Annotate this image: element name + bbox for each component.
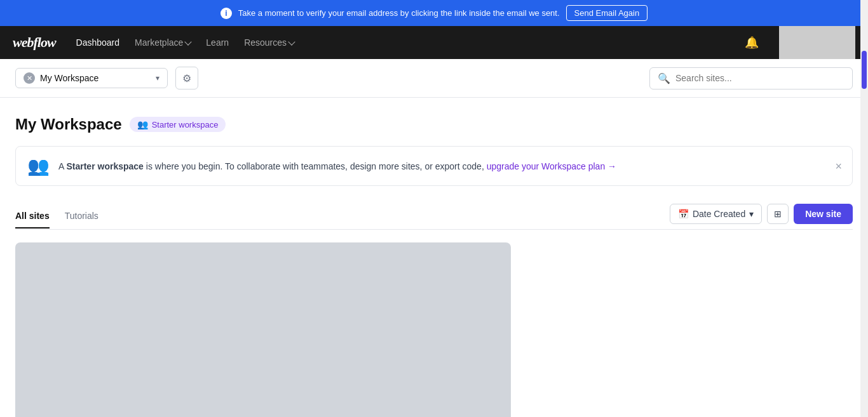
page-header: My Workspace 👥 Starter workspace bbox=[15, 116, 853, 133]
info-bold-text: Starter workspace bbox=[66, 161, 143, 171]
user-avatar[interactable] bbox=[779, 26, 855, 59]
starter-badge-label: Starter workspace bbox=[152, 120, 219, 129]
workspace-bar: ✕ My Workspace ▾ ⚙ 🔍 bbox=[0, 59, 868, 98]
page-title: My Workspace bbox=[15, 116, 122, 133]
top-nav: webflow Dashboard Marketplace Learn Reso… bbox=[0, 26, 868, 59]
search-icon: 🔍 bbox=[658, 72, 670, 84]
tab-all-sites[interactable]: All sites bbox=[15, 204, 50, 228]
main-content: My Workspace 👥 Starter workspace 👥 A Sta… bbox=[0, 98, 868, 417]
nav-item-marketplace[interactable]: Marketplace bbox=[135, 37, 191, 48]
search-box: 🔍 bbox=[649, 67, 853, 89]
nav-item-dashboard[interactable]: Dashboard bbox=[76, 37, 120, 48]
nav-item-learn[interactable]: Learn bbox=[206, 37, 229, 48]
scrollbar[interactable] bbox=[860, 0, 868, 417]
gear-icon: ⚙ bbox=[182, 72, 191, 84]
tab-tutorials[interactable]: Tutorials bbox=[65, 204, 98, 228]
upgrade-link[interactable]: upgrade your Workspace plan → bbox=[487, 161, 616, 171]
site-card-placeholder bbox=[15, 242, 511, 417]
date-sort-button[interactable]: 📅 Date Created ▾ bbox=[670, 204, 762, 224]
info-icon: i bbox=[220, 8, 232, 19]
workspace-close-icon: ✕ bbox=[24, 72, 35, 84]
view-toggle-button[interactable]: ⊞ bbox=[767, 204, 789, 224]
info-banner: 👥 A Starter workspace is where you begin… bbox=[15, 146, 853, 186]
sort-chevron-icon: ▾ bbox=[749, 209, 754, 219]
workspace-chevron-icon: ▾ bbox=[156, 74, 159, 83]
sites-area bbox=[15, 230, 853, 417]
workspace-name: My Workspace bbox=[40, 73, 151, 83]
view-grid-icon: ⊞ bbox=[774, 209, 782, 219]
workspace-selector[interactable]: ✕ My Workspace ▾ bbox=[15, 68, 168, 88]
scrollbar-thumb[interactable] bbox=[862, 51, 867, 89]
email-verification-banner: i Take a moment to verify your email add… bbox=[0, 0, 868, 26]
tabs-actions: 📅 Date Created ▾ ⊞ New site bbox=[670, 204, 853, 229]
info-text: A Starter workspace is where you begin. … bbox=[58, 161, 616, 171]
resources-chevron-icon bbox=[288, 38, 295, 45]
calendar-icon: 📅 bbox=[678, 209, 689, 219]
banner-close-icon[interactable]: × bbox=[835, 159, 842, 173]
bell-icon[interactable]: 🔔 bbox=[745, 36, 759, 50]
nav-item-resources[interactable]: Resources bbox=[244, 37, 294, 48]
banner-message: Take a moment to verify your email addre… bbox=[238, 8, 560, 18]
webflow-logo[interactable]: webflow bbox=[13, 34, 56, 51]
info-people-icon: 👥 bbox=[27, 156, 50, 176]
send-email-button[interactable]: Send Email Again bbox=[566, 5, 648, 21]
search-input[interactable] bbox=[675, 73, 844, 83]
gear-settings-button[interactable]: ⚙ bbox=[175, 67, 198, 89]
marketplace-chevron-icon bbox=[185, 38, 192, 45]
tabs-row: All sites Tutorials 📅 Date Created ▾ ⊞ N… bbox=[15, 204, 853, 230]
people-icon: 👥 bbox=[137, 119, 148, 129]
date-sort-label: Date Created bbox=[693, 209, 745, 219]
new-site-button[interactable]: New site bbox=[794, 204, 853, 224]
starter-badge: 👥 Starter workspace bbox=[130, 117, 226, 132]
